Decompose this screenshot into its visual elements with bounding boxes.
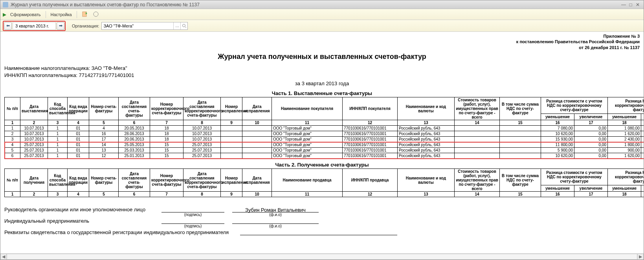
close-button[interactable]: ✕ <box>634 2 641 7</box>
col-num: 13 <box>398 192 455 197</box>
minimize-button[interactable]: — <box>620 2 627 7</box>
col-num: 11 <box>272 192 343 197</box>
col-num: 9 <box>221 120 242 126</box>
titlebar: Журнал учета полученных и выставленных с… <box>0 0 644 9</box>
org-ellipsis-button[interactable]: … <box>173 22 180 29</box>
col-num: 2 <box>20 192 48 197</box>
ip-signature-line: (подпись) <box>161 218 224 224</box>
col-num: 18 <box>608 120 641 126</box>
col-num: 1 <box>5 120 20 126</box>
period-next-button[interactable]: ➡ <box>57 22 64 30</box>
col-num: 6 <box>119 120 150 126</box>
col-num: 6 <box>119 192 150 197</box>
scroll-right-button[interactable]: ▶ <box>637 254 644 260</box>
toolbar: ▶ Сформировать Настройка <box>0 9 644 20</box>
head-name-line: Зубин Роман Витальевич (ф.и.о) <box>232 207 319 212</box>
svg-point-1 <box>94 12 98 16</box>
report-period: за 3 квартал 2013 года <box>4 81 640 86</box>
svg-line-3 <box>185 27 186 28</box>
scroll-left-button[interactable]: ◀ <box>0 254 7 260</box>
col-num: 11 <box>272 120 343 126</box>
part1-title: Часть 1. Выставленные счета-фактуры <box>4 90 640 96</box>
toolbar-action-2[interactable] <box>91 10 101 19</box>
toolbar-sep <box>77 11 77 18</box>
report-content: Приложение № 3 к постановлению Правитель… <box>0 32 644 253</box>
col-num: 10 <box>242 120 272 126</box>
table-row[interactable]: 310.07.20131011720.06.20131810.07.2013ОО… <box>5 137 644 142</box>
report-title: Журнал учета полученных и выставленных с… <box>4 53 640 61</box>
form-button[interactable]: Сформировать <box>9 11 42 18</box>
ip-name-line: (ф.и.о) <box>232 218 319 224</box>
col-num: 15 <box>500 120 541 126</box>
org-field[interactable]: … <box>101 22 188 30</box>
toolbar-sep <box>46 11 46 18</box>
period-group-highlighted: ⬅ 3 квартал 2013 г. ➡ <box>3 21 66 31</box>
app-icon <box>3 2 8 7</box>
col-num: 18 <box>608 192 641 197</box>
table-row[interactable]: 210.07.20131011628.06.20131810.07.2013ОО… <box>5 131 644 137</box>
part1-table: № п/п Дата выставления Код способа выста… <box>4 97 644 159</box>
col-num: 3 <box>48 120 68 126</box>
svg-point-2 <box>182 24 185 27</box>
toolbar-action-1[interactable] <box>80 10 90 19</box>
org-input[interactable] <box>102 22 173 29</box>
app-window: Журнал учета полученных и выставленных с… <box>0 0 644 260</box>
col-num: 1 <box>5 192 20 197</box>
col-num: 2 <box>20 120 48 126</box>
part2-table: № п/п Дата получения Код способа выставл… <box>4 168 644 197</box>
col-num: 12 <box>343 120 398 126</box>
col-num: 14 <box>455 192 500 197</box>
col-num: 5 <box>89 192 119 197</box>
filterbar: ⬅ 3 квартал 2013 г. ➡ Организация: … <box>0 20 644 32</box>
col-num: 7 <box>150 192 183 197</box>
col-num: 3 <box>48 192 68 197</box>
appendix-block: Приложение № 3 к постановлению Правитель… <box>4 33 640 50</box>
col-num: 14 <box>455 120 500 126</box>
col-num: 13 <box>398 120 455 126</box>
org-label: Организация: <box>72 24 99 28</box>
taxpayer-block: Наименование налогоплательщика: ЗАО "ТФ-… <box>4 65 640 79</box>
table-row[interactable]: 525.07.20131011325.03.20131525.07.2013ОО… <box>5 148 644 153</box>
col-num: 16 <box>541 120 574 126</box>
col-num: 7 <box>150 120 183 126</box>
play-icon: ▶ <box>3 12 6 17</box>
col-num: 19 <box>641 192 644 197</box>
head-signature-label: Руководитель организации или иное уполно… <box>4 207 154 212</box>
col-num: 8 <box>183 192 221 197</box>
ip-signature-label: Индивидуальный предприниматель <box>4 218 154 224</box>
signatures-block: Руководитель организации или иное уполно… <box>4 207 640 235</box>
table-row[interactable]: 625.07.20131011225.01.20131525.07.2013ОО… <box>5 153 644 159</box>
table-row[interactable]: 110.07.2013101420.05.20131810.07.2013ООО… <box>5 126 644 131</box>
cert-line <box>240 230 397 235</box>
col-num: 5 <box>89 120 119 126</box>
maximize-button[interactable]: □ <box>627 2 634 7</box>
col-num: 15 <box>500 192 541 197</box>
period-prev-button[interactable]: ⬅ <box>4 22 12 30</box>
part2-title: Часть 2. Полученные счета-фактуры <box>4 162 640 168</box>
col-num: 17 <box>574 120 608 126</box>
col-num: 4 <box>68 120 89 126</box>
cert-label: Реквизиты свидетельства о государственно… <box>4 229 232 235</box>
col-num: 8 <box>183 120 221 126</box>
settings-button[interactable]: Настройка <box>49 11 73 18</box>
scroll-track[interactable] <box>7 254 637 260</box>
col-num: 17 <box>574 192 608 197</box>
col-num: 16 <box>541 192 574 197</box>
col-num: 12 <box>343 192 398 197</box>
table-row[interactable]: 425.07.20131011425.05.20131525.07.2013ОО… <box>5 142 644 148</box>
h-scrollbar[interactable]: ◀ ▶ <box>0 253 644 260</box>
window-title: Журнал учета полученных и выставленных с… <box>11 2 200 7</box>
org-search-button[interactable] <box>180 22 187 29</box>
col-num: 19 <box>641 120 644 126</box>
head-signature-line: (подпись) <box>161 207 224 212</box>
period-field[interactable]: 3 квартал 2013 г. <box>13 22 56 30</box>
col-num: 10 <box>242 192 272 197</box>
col-num: 9 <box>221 192 242 197</box>
col-num: 4 <box>68 192 89 197</box>
